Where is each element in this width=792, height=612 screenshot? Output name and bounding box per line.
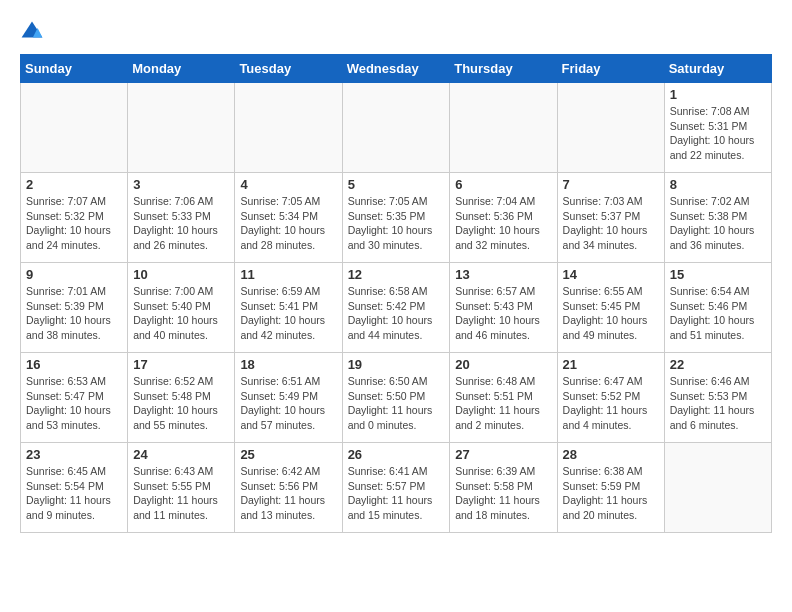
- day-number: 5: [348, 177, 445, 192]
- day-info: Sunrise: 6:57 AM Sunset: 5:43 PM Dayligh…: [455, 284, 551, 343]
- day-number: 21: [563, 357, 659, 372]
- day-info: Sunrise: 7:06 AM Sunset: 5:33 PM Dayligh…: [133, 194, 229, 253]
- day-number: 25: [240, 447, 336, 462]
- calendar-cell: [235, 83, 342, 173]
- day-number: 9: [26, 267, 122, 282]
- calendar-cell: 1Sunrise: 7:08 AM Sunset: 5:31 PM Daylig…: [664, 83, 771, 173]
- calendar-cell: 28Sunrise: 6:38 AM Sunset: 5:59 PM Dayli…: [557, 443, 664, 533]
- day-info: Sunrise: 6:54 AM Sunset: 5:46 PM Dayligh…: [670, 284, 766, 343]
- calendar-cell: 14Sunrise: 6:55 AM Sunset: 5:45 PM Dayli…: [557, 263, 664, 353]
- day-number: 6: [455, 177, 551, 192]
- weekday-header-row: SundayMondayTuesdayWednesdayThursdayFrid…: [21, 55, 772, 83]
- day-info: Sunrise: 6:45 AM Sunset: 5:54 PM Dayligh…: [26, 464, 122, 523]
- logo-icon: [20, 20, 44, 44]
- day-info: Sunrise: 6:50 AM Sunset: 5:50 PM Dayligh…: [348, 374, 445, 433]
- day-info: Sunrise: 7:03 AM Sunset: 5:37 PM Dayligh…: [563, 194, 659, 253]
- calendar-cell: 3Sunrise: 7:06 AM Sunset: 5:33 PM Daylig…: [128, 173, 235, 263]
- calendar-week-row: 16Sunrise: 6:53 AM Sunset: 5:47 PM Dayli…: [21, 353, 772, 443]
- day-info: Sunrise: 6:59 AM Sunset: 5:41 PM Dayligh…: [240, 284, 336, 343]
- calendar-cell: 16Sunrise: 6:53 AM Sunset: 5:47 PM Dayli…: [21, 353, 128, 443]
- day-info: Sunrise: 6:43 AM Sunset: 5:55 PM Dayligh…: [133, 464, 229, 523]
- day-info: Sunrise: 6:38 AM Sunset: 5:59 PM Dayligh…: [563, 464, 659, 523]
- calendar-cell: 17Sunrise: 6:52 AM Sunset: 5:48 PM Dayli…: [128, 353, 235, 443]
- day-info: Sunrise: 7:05 AM Sunset: 5:35 PM Dayligh…: [348, 194, 445, 253]
- calendar-week-row: 2Sunrise: 7:07 AM Sunset: 5:32 PM Daylig…: [21, 173, 772, 263]
- day-info: Sunrise: 7:04 AM Sunset: 5:36 PM Dayligh…: [455, 194, 551, 253]
- weekday-header: Sunday: [21, 55, 128, 83]
- weekday-header: Friday: [557, 55, 664, 83]
- calendar-cell: 20Sunrise: 6:48 AM Sunset: 5:51 PM Dayli…: [450, 353, 557, 443]
- day-number: 24: [133, 447, 229, 462]
- day-info: Sunrise: 6:41 AM Sunset: 5:57 PM Dayligh…: [348, 464, 445, 523]
- day-info: Sunrise: 7:02 AM Sunset: 5:38 PM Dayligh…: [670, 194, 766, 253]
- calendar-cell: 23Sunrise: 6:45 AM Sunset: 5:54 PM Dayli…: [21, 443, 128, 533]
- day-info: Sunrise: 6:58 AM Sunset: 5:42 PM Dayligh…: [348, 284, 445, 343]
- day-number: 14: [563, 267, 659, 282]
- calendar-cell: 15Sunrise: 6:54 AM Sunset: 5:46 PM Dayli…: [664, 263, 771, 353]
- calendar-cell: [557, 83, 664, 173]
- day-number: 27: [455, 447, 551, 462]
- calendar-week-row: 23Sunrise: 6:45 AM Sunset: 5:54 PM Dayli…: [21, 443, 772, 533]
- day-info: Sunrise: 6:47 AM Sunset: 5:52 PM Dayligh…: [563, 374, 659, 433]
- weekday-header: Thursday: [450, 55, 557, 83]
- calendar-cell: 27Sunrise: 6:39 AM Sunset: 5:58 PM Dayli…: [450, 443, 557, 533]
- calendar-cell: 19Sunrise: 6:50 AM Sunset: 5:50 PM Dayli…: [342, 353, 450, 443]
- day-number: 15: [670, 267, 766, 282]
- day-number: 7: [563, 177, 659, 192]
- day-number: 23: [26, 447, 122, 462]
- weekday-header: Saturday: [664, 55, 771, 83]
- calendar-cell: 5Sunrise: 7:05 AM Sunset: 5:35 PM Daylig…: [342, 173, 450, 263]
- page-header: [20, 20, 772, 44]
- day-number: 19: [348, 357, 445, 372]
- calendar-cell: 4Sunrise: 7:05 AM Sunset: 5:34 PM Daylig…: [235, 173, 342, 263]
- calendar-cell: [128, 83, 235, 173]
- calendar-cell: 8Sunrise: 7:02 AM Sunset: 5:38 PM Daylig…: [664, 173, 771, 263]
- weekday-header: Tuesday: [235, 55, 342, 83]
- day-number: 1: [670, 87, 766, 102]
- calendar-cell: 9Sunrise: 7:01 AM Sunset: 5:39 PM Daylig…: [21, 263, 128, 353]
- calendar-cell: 11Sunrise: 6:59 AM Sunset: 5:41 PM Dayli…: [235, 263, 342, 353]
- day-number: 4: [240, 177, 336, 192]
- day-number: 2: [26, 177, 122, 192]
- day-number: 18: [240, 357, 336, 372]
- calendar-cell: 26Sunrise: 6:41 AM Sunset: 5:57 PM Dayli…: [342, 443, 450, 533]
- day-number: 20: [455, 357, 551, 372]
- day-number: 11: [240, 267, 336, 282]
- day-number: 10: [133, 267, 229, 282]
- day-info: Sunrise: 7:00 AM Sunset: 5:40 PM Dayligh…: [133, 284, 229, 343]
- day-info: Sunrise: 6:42 AM Sunset: 5:56 PM Dayligh…: [240, 464, 336, 523]
- calendar-cell: [450, 83, 557, 173]
- day-info: Sunrise: 6:55 AM Sunset: 5:45 PM Dayligh…: [563, 284, 659, 343]
- weekday-header: Wednesday: [342, 55, 450, 83]
- day-info: Sunrise: 6:51 AM Sunset: 5:49 PM Dayligh…: [240, 374, 336, 433]
- day-info: Sunrise: 6:48 AM Sunset: 5:51 PM Dayligh…: [455, 374, 551, 433]
- day-number: 13: [455, 267, 551, 282]
- calendar-cell: 25Sunrise: 6:42 AM Sunset: 5:56 PM Dayli…: [235, 443, 342, 533]
- day-info: Sunrise: 6:52 AM Sunset: 5:48 PM Dayligh…: [133, 374, 229, 433]
- calendar-week-row: 9Sunrise: 7:01 AM Sunset: 5:39 PM Daylig…: [21, 263, 772, 353]
- day-info: Sunrise: 7:05 AM Sunset: 5:34 PM Dayligh…: [240, 194, 336, 253]
- day-info: Sunrise: 7:07 AM Sunset: 5:32 PM Dayligh…: [26, 194, 122, 253]
- logo: [20, 20, 48, 44]
- calendar-cell: [664, 443, 771, 533]
- day-number: 12: [348, 267, 445, 282]
- calendar-cell: 12Sunrise: 6:58 AM Sunset: 5:42 PM Dayli…: [342, 263, 450, 353]
- calendar-cell: 24Sunrise: 6:43 AM Sunset: 5:55 PM Dayli…: [128, 443, 235, 533]
- calendar-cell: 18Sunrise: 6:51 AM Sunset: 5:49 PM Dayli…: [235, 353, 342, 443]
- day-info: Sunrise: 6:46 AM Sunset: 5:53 PM Dayligh…: [670, 374, 766, 433]
- day-info: Sunrise: 6:39 AM Sunset: 5:58 PM Dayligh…: [455, 464, 551, 523]
- calendar-cell: 10Sunrise: 7:00 AM Sunset: 5:40 PM Dayli…: [128, 263, 235, 353]
- calendar-cell: [21, 83, 128, 173]
- calendar-cell: 2Sunrise: 7:07 AM Sunset: 5:32 PM Daylig…: [21, 173, 128, 263]
- day-number: 3: [133, 177, 229, 192]
- calendar-cell: 13Sunrise: 6:57 AM Sunset: 5:43 PM Dayli…: [450, 263, 557, 353]
- calendar-cell: 21Sunrise: 6:47 AM Sunset: 5:52 PM Dayli…: [557, 353, 664, 443]
- day-number: 8: [670, 177, 766, 192]
- calendar-cell: 7Sunrise: 7:03 AM Sunset: 5:37 PM Daylig…: [557, 173, 664, 263]
- calendar-cell: 6Sunrise: 7:04 AM Sunset: 5:36 PM Daylig…: [450, 173, 557, 263]
- day-info: Sunrise: 7:08 AM Sunset: 5:31 PM Dayligh…: [670, 104, 766, 163]
- day-number: 22: [670, 357, 766, 372]
- calendar-table: SundayMondayTuesdayWednesdayThursdayFrid…: [20, 54, 772, 533]
- day-info: Sunrise: 7:01 AM Sunset: 5:39 PM Dayligh…: [26, 284, 122, 343]
- day-number: 17: [133, 357, 229, 372]
